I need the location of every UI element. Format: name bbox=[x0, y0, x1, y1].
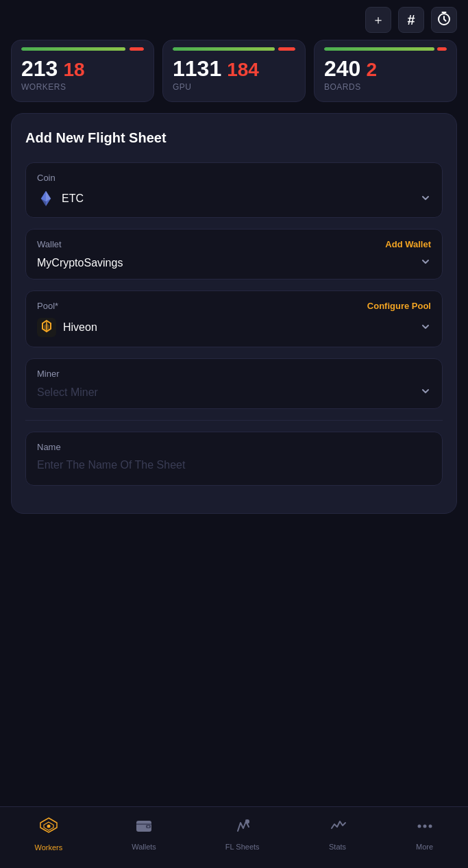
svg-point-8 bbox=[47, 825, 50, 828]
boards-numbers: 240 2 bbox=[324, 58, 447, 79]
gpu-bar-red bbox=[278, 47, 295, 51]
stats-row: 213 18 WORKERS 1131 184 GPU 240 2 BOARDS bbox=[0, 40, 468, 113]
top-bar: ＋ # bbox=[0, 0, 468, 40]
name-label: Name bbox=[37, 442, 431, 452]
gpu-main-value: 1131 bbox=[173, 58, 221, 79]
svg-point-15 bbox=[428, 825, 432, 828]
workers-bar-red bbox=[130, 47, 144, 51]
miner-field-group[interactable]: Miner Select Miner bbox=[25, 358, 443, 409]
nav-item-fl-sheets[interactable]: FL Sheets bbox=[214, 812, 271, 856]
coin-value-row: ETC bbox=[37, 190, 431, 208]
gpu-numbers: 1131 184 bbox=[173, 58, 295, 79]
workers-alert-value: 18 bbox=[63, 60, 84, 79]
pool-value-row: Hiveon bbox=[37, 318, 431, 337]
pool-value-text: Hiveon bbox=[63, 321, 97, 334]
etc-coin-icon bbox=[37, 190, 55, 208]
stats-nav-icon bbox=[329, 817, 347, 839]
nav-item-stats[interactable]: Stats bbox=[318, 812, 358, 856]
workers-bar bbox=[21, 47, 144, 51]
timer-icon bbox=[436, 11, 452, 29]
gpu-stat-card: 1131 184 GPU bbox=[162, 40, 306, 102]
pool-field-group[interactable]: Pool* Configure Pool Hiveon bbox=[25, 290, 443, 347]
workers-nav-icon bbox=[39, 817, 58, 840]
miner-label: Miner bbox=[37, 369, 431, 379]
more-nav-icon bbox=[416, 817, 434, 839]
wallet-value: MyCryptoSavings bbox=[37, 257, 123, 269]
coin-value-text: ETC bbox=[62, 193, 84, 205]
form-divider bbox=[25, 420, 443, 421]
nav-item-wallets[interactable]: Wallets bbox=[121, 812, 167, 856]
workers-numbers: 213 18 bbox=[21, 58, 144, 79]
wallet-chevron-icon bbox=[420, 256, 431, 269]
bottom-nav: Workers Wallets FL Sheets bbox=[0, 806, 468, 868]
add-wallet-button[interactable]: Add Wallet bbox=[385, 239, 431, 249]
wallet-value-row: MyCryptoSavings bbox=[37, 256, 431, 269]
pool-label-row: Pool* Configure Pool bbox=[37, 301, 431, 311]
gpu-bar-green bbox=[173, 47, 275, 51]
wallet-value-text: MyCryptoSavings bbox=[37, 257, 123, 269]
main-content: Add New Flight Sheet Coin ETC bbox=[0, 113, 468, 786]
coin-chevron-icon bbox=[420, 193, 431, 206]
wallet-label: Wallet bbox=[37, 239, 62, 249]
configure-pool-button[interactable]: Configure Pool bbox=[367, 301, 431, 311]
svg-point-13 bbox=[417, 825, 421, 828]
svg-point-14 bbox=[423, 825, 426, 828]
flight-sheet-form: Add New Flight Sheet Coin ETC bbox=[11, 113, 457, 514]
svg-marker-4 bbox=[41, 191, 46, 201]
form-title: Add New Flight Sheet bbox=[25, 130, 443, 146]
miner-value: Select Miner bbox=[37, 386, 98, 399]
add-button[interactable]: ＋ bbox=[365, 7, 391, 33]
miner-placeholder: Select Miner bbox=[37, 386, 98, 399]
coin-label: Coin bbox=[37, 173, 431, 183]
boards-label: BOARDS bbox=[324, 82, 447, 92]
fl-sheets-nav-icon bbox=[234, 817, 251, 839]
hiveon-icon bbox=[37, 318, 56, 337]
gpu-label: GPU bbox=[173, 82, 295, 92]
workers-stat-card: 213 18 WORKERS bbox=[11, 40, 154, 102]
name-placeholder: Enter The Name Of The Sheet bbox=[37, 459, 185, 471]
pool-value: Hiveon bbox=[37, 318, 97, 337]
hashtag-icon: # bbox=[407, 12, 415, 28]
miner-value-row: Select Miner bbox=[37, 386, 431, 399]
nav-item-more[interactable]: More bbox=[405, 812, 445, 856]
pool-chevron-icon bbox=[420, 321, 431, 334]
workers-nav-label: Workers bbox=[34, 843, 62, 852]
wallet-label-row: Wallet Add Wallet bbox=[37, 239, 431, 249]
timer-button[interactable] bbox=[431, 7, 457, 33]
nav-item-workers[interactable]: Workers bbox=[23, 811, 73, 857]
fl-sheets-nav-label: FL Sheets bbox=[225, 843, 260, 851]
wallets-nav-icon bbox=[135, 817, 153, 839]
boards-bar bbox=[324, 47, 447, 51]
boards-bar-green bbox=[324, 47, 434, 51]
workers-label: WORKERS bbox=[21, 82, 144, 92]
boards-bar-red bbox=[437, 47, 447, 51]
pool-label: Pool* bbox=[37, 301, 58, 311]
name-input[interactable]: Enter The Name Of The Sheet bbox=[37, 459, 431, 471]
hashtag-button[interactable]: # bbox=[398, 7, 424, 33]
workers-bar-green bbox=[21, 47, 125, 51]
workers-main-value: 213 bbox=[21, 58, 58, 79]
boards-alert-value: 2 bbox=[366, 60, 377, 79]
miner-chevron-icon bbox=[420, 386, 431, 399]
coin-value: ETC bbox=[37, 190, 84, 208]
wallets-nav-label: Wallets bbox=[132, 843, 156, 851]
boards-stat-card: 240 2 BOARDS bbox=[314, 40, 457, 102]
wallet-field-group[interactable]: Wallet Add Wallet MyCryptoSavings bbox=[25, 229, 443, 280]
more-nav-label: More bbox=[416, 843, 433, 851]
gpu-bar bbox=[173, 47, 295, 51]
coin-field-group[interactable]: Coin ETC bbox=[25, 162, 443, 218]
gpu-alert-value: 184 bbox=[227, 60, 259, 79]
svg-point-11 bbox=[147, 826, 149, 828]
svg-marker-5 bbox=[46, 191, 51, 201]
add-icon: ＋ bbox=[372, 12, 384, 28]
stats-nav-label: Stats bbox=[329, 843, 346, 851]
name-field-group[interactable]: Name Enter The Name Of The Sheet bbox=[25, 432, 443, 486]
boards-main-value: 240 bbox=[324, 58, 360, 79]
